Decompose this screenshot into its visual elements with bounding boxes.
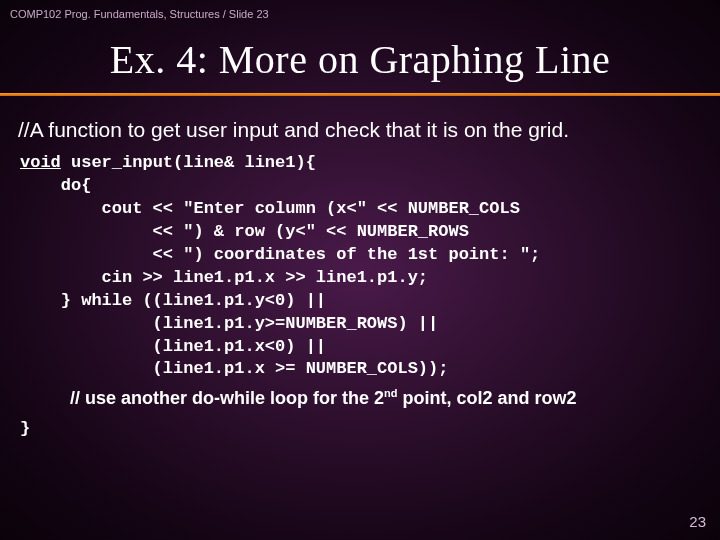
note-mid: point, col2 and row2 (397, 388, 576, 408)
code-line-10: (line1.p1.x >= NUMBER_COLS)); (20, 359, 448, 378)
code-block: void user_input(line& line1){ do{ cout <… (0, 152, 720, 381)
title-underline (0, 93, 720, 96)
code-line-1: user_input(line& line1){ (61, 153, 316, 172)
intro-comment: //A function to get user input and check… (0, 118, 720, 152)
code-line-6: cin >> line1.p1.x >> line1.p1.y; (20, 268, 428, 287)
inline-note: // use another do-while loop for the 2nd… (0, 381, 720, 409)
code-line-9: (line1.p1.x<0) || (20, 337, 326, 356)
code-line-3: cout << "Enter column (x<" << NUMBER_COL… (20, 199, 520, 218)
code-line-8: (line1.p1.y>=NUMBER_ROWS) || (20, 314, 438, 333)
slide-header: COMP102 Prog. Fundamentals, Structures /… (0, 0, 720, 24)
keyword-void: void (20, 153, 61, 172)
note-prefix: // use another do-while loop for the 2 (70, 388, 384, 408)
code-line-5: << ") coordinates of the 1st point: "; (20, 245, 540, 264)
code-line-4: << ") & row (y<" << NUMBER_ROWS (20, 222, 469, 241)
slide-title: Ex. 4: More on Graphing Line (0, 24, 720, 93)
code-line-2: do{ (20, 176, 91, 195)
note-sup: nd (384, 387, 397, 399)
page-number: 23 (689, 513, 706, 530)
code-line-7: } while ((line1.p1.y<0) || (20, 291, 326, 310)
code-close-brace: } (0, 409, 720, 438)
